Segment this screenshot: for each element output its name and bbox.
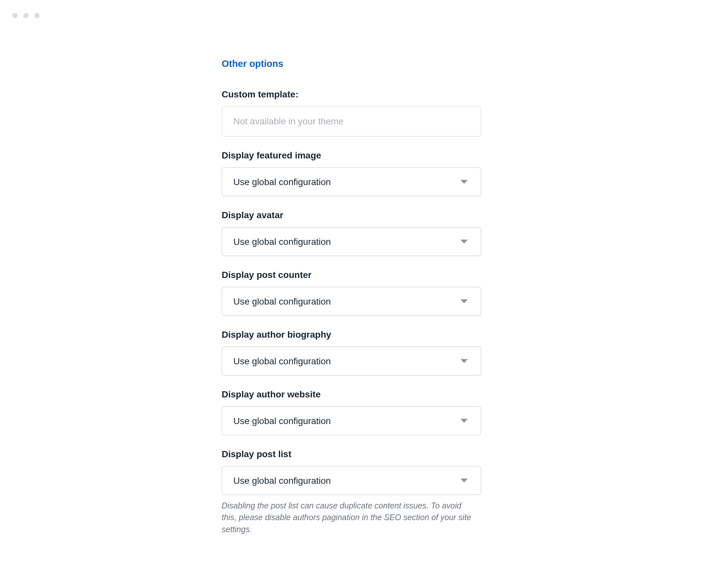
label-display-featured-image: Display featured image (222, 150, 481, 161)
field-custom-template: Custom template: (222, 89, 481, 137)
section-header: Other options (222, 58, 481, 69)
select-display-post-list[interactable]: Use global configuration (222, 466, 481, 495)
input-custom-template[interactable] (222, 106, 481, 137)
field-display-author-biography: Display author biography Use global conf… (222, 330, 481, 376)
select-display-featured-image[interactable]: Use global configuration (222, 167, 481, 196)
select-display-author-biography[interactable]: Use global configuration (222, 347, 481, 376)
field-display-featured-image: Display featured image Use global config… (222, 150, 481, 196)
field-display-post-list: Display post list Use global configurati… (222, 449, 481, 535)
field-display-avatar: Display avatar Use global configuration (222, 210, 481, 256)
label-display-author-website: Display author website (222, 389, 481, 400)
label-display-post-list: Display post list (222, 449, 481, 459)
traffic-light-close[interactable] (12, 13, 17, 18)
traffic-light-maximize[interactable] (34, 13, 40, 18)
select-display-post-counter[interactable]: Use global configuration (222, 287, 481, 316)
label-custom-template: Custom template: (222, 89, 481, 100)
select-display-author-website[interactable]: Use global configuration (222, 406, 481, 435)
form-other-options: Other options Custom template: Display f… (222, 58, 481, 549)
help-text-display-post-list: Disabling the post list can cause duplic… (222, 500, 472, 535)
field-display-author-website: Display author website Use global config… (222, 389, 481, 435)
window-traffic-lights (12, 13, 40, 18)
label-display-post-counter: Display post counter (222, 270, 481, 280)
label-display-avatar: Display avatar (222, 210, 481, 220)
select-display-avatar[interactable]: Use global configuration (222, 227, 481, 256)
field-display-post-counter: Display post counter Use global configur… (222, 270, 481, 316)
label-display-author-biography: Display author biography (222, 330, 481, 340)
traffic-light-minimize[interactable] (23, 13, 29, 18)
